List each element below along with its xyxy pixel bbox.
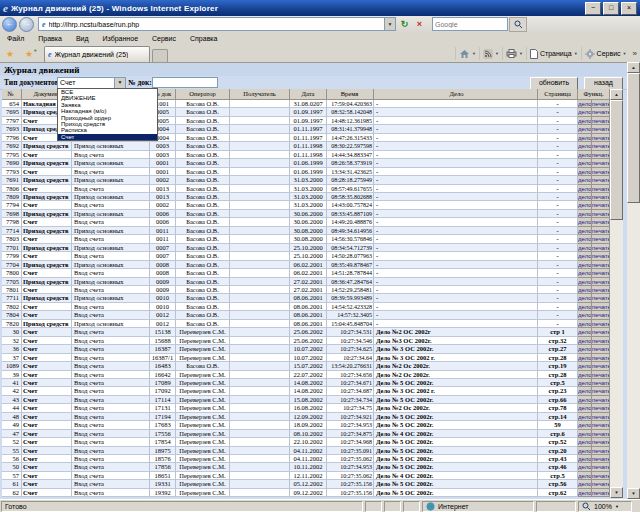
delo-link[interactable]: дело xyxy=(578,185,592,193)
menu-view[interactable]: Вид xyxy=(69,35,96,42)
new-tab-button[interactable] xyxy=(152,49,168,62)
delo-link[interactable]: дело xyxy=(578,362,592,370)
delo-link[interactable]: дело xyxy=(578,108,592,116)
delo-link[interactable]: дело xyxy=(578,320,592,328)
page-menu-button[interactable]: Страница ▼ xyxy=(526,47,581,60)
print-link[interactable]: печать xyxy=(592,227,610,235)
delo-link[interactable]: дело xyxy=(578,210,592,218)
stop-icon[interactable]: × xyxy=(413,18,426,31)
print-link[interactable]: печать xyxy=(592,320,610,328)
delo-link[interactable]: дело xyxy=(578,252,592,260)
search-input[interactable] xyxy=(433,19,507,29)
delo-link[interactable]: дело xyxy=(578,201,592,209)
menu-file[interactable]: Файл xyxy=(0,35,31,42)
print-link[interactable]: печать xyxy=(592,159,610,167)
delo-link[interactable]: дело xyxy=(578,159,592,167)
print-link[interactable]: печать xyxy=(592,117,610,125)
delo-link[interactable]: дело xyxy=(578,413,592,421)
delo-link[interactable]: дело xyxy=(578,354,592,362)
print-link[interactable]: печать xyxy=(592,261,610,269)
zoom-control[interactable]: 100% ▼ xyxy=(578,501,632,512)
print-link[interactable]: печать xyxy=(592,379,610,387)
delo-link[interactable]: дело xyxy=(578,125,592,133)
delo-link[interactable]: дело xyxy=(578,328,592,336)
print-link[interactable]: печать xyxy=(592,142,610,150)
delo-link[interactable]: дело xyxy=(578,379,592,387)
page-scroll-up-icon[interactable]: ▲ xyxy=(627,62,640,73)
print-link[interactable]: печать xyxy=(592,371,610,379)
print-link[interactable]: печать xyxy=(592,235,610,243)
delo-link[interactable]: дело xyxy=(578,345,592,353)
delo-link[interactable]: дело xyxy=(578,421,592,429)
delo-link[interactable]: дело xyxy=(578,371,592,379)
print-link[interactable]: печать xyxy=(592,210,610,218)
home-button[interactable]: ▼ xyxy=(455,47,479,60)
delo-link[interactable]: дело xyxy=(578,278,592,286)
address-dropdown-icon[interactable]: ▼ xyxy=(384,18,395,30)
print-link[interactable]: печать xyxy=(592,421,610,429)
print-link[interactable]: печать xyxy=(592,218,610,226)
delo-link[interactable]: дело xyxy=(578,396,592,404)
menu-tools[interactable]: Сервис xyxy=(145,35,183,42)
print-link[interactable]: печать xyxy=(592,134,610,142)
delo-link[interactable]: дело xyxy=(578,176,592,184)
delo-link[interactable]: дело xyxy=(578,303,592,311)
menu-help[interactable]: Справка xyxy=(183,35,224,42)
delo-link[interactable]: дело xyxy=(578,100,592,108)
search-box[interactable] xyxy=(432,17,508,31)
print-link[interactable]: печать xyxy=(592,438,610,446)
menu-edit[interactable]: Правка xyxy=(31,35,69,42)
delo-link[interactable]: дело xyxy=(578,151,592,159)
table-scrollbar[interactable]: ▲ ▼ xyxy=(610,89,623,498)
print-link[interactable]: печать xyxy=(592,489,610,497)
print-link[interactable]: печать xyxy=(592,404,610,412)
delo-link[interactable]: дело xyxy=(578,463,592,471)
tools-menu-button[interactable]: Сервис ▼ xyxy=(581,47,630,60)
print-link[interactable]: печать xyxy=(592,151,610,159)
delo-link[interactable]: дело xyxy=(578,193,592,201)
print-link[interactable]: печать xyxy=(592,278,610,286)
print-button[interactable]: ▼ xyxy=(502,47,526,60)
scroll-down-icon[interactable]: ▼ xyxy=(610,487,623,498)
print-link[interactable]: печать xyxy=(592,201,610,209)
print-link[interactable]: печать xyxy=(592,176,610,184)
print-link[interactable]: печать xyxy=(592,447,610,455)
delo-link[interactable]: дело xyxy=(578,480,592,488)
feeds-button[interactable]: ▼ xyxy=(479,47,502,60)
print-link[interactable]: печать xyxy=(592,362,610,370)
delo-link[interactable]: дело xyxy=(578,455,592,463)
delo-link[interactable]: дело xyxy=(578,269,592,277)
delo-link[interactable]: дело xyxy=(578,142,592,150)
delo-link[interactable]: дело xyxy=(578,168,592,176)
page-scrollbar-thumb[interactable] xyxy=(627,73,640,203)
delo-link[interactable]: дело xyxy=(578,489,592,497)
print-link[interactable]: печать xyxy=(592,328,610,336)
print-link[interactable]: печать xyxy=(592,108,610,116)
minimize-button[interactable]: − xyxy=(585,2,601,15)
table-scrollbar-thumb[interactable] xyxy=(610,100,623,220)
print-link[interactable]: печать xyxy=(592,480,610,488)
print-link[interactable]: печать xyxy=(592,252,610,260)
print-link[interactable]: печать xyxy=(592,354,610,362)
print-link[interactable]: печать xyxy=(592,337,610,345)
url-text[interactable]: http://ihrp.ncstu/base/run.php xyxy=(49,21,384,28)
favorites-star-icon[interactable]: ★ xyxy=(2,47,18,61)
print-link[interactable]: печать xyxy=(592,396,610,404)
menu-favorites[interactable]: Избранное xyxy=(96,35,145,42)
tab-active[interactable]: e Журнал движений (25) xyxy=(44,46,150,62)
print-link[interactable]: печать xyxy=(592,193,610,201)
zoom-dropdown-icon[interactable]: ▼ xyxy=(615,504,619,509)
delo-link[interactable]: дело xyxy=(578,337,592,345)
print-link[interactable]: печать xyxy=(592,185,610,193)
delo-link[interactable]: дело xyxy=(578,294,592,302)
delo-link[interactable]: дело xyxy=(578,227,592,235)
delo-link[interactable]: дело xyxy=(578,438,592,446)
delo-link[interactable]: дело xyxy=(578,134,592,142)
delo-link[interactable]: дело xyxy=(578,447,592,455)
print-link[interactable]: печать xyxy=(592,311,610,319)
delo-link[interactable]: дело xyxy=(578,311,592,319)
delo-link[interactable]: дело xyxy=(578,404,592,412)
search-icon[interactable] xyxy=(509,17,527,32)
delo-link[interactable]: дело xyxy=(578,235,592,243)
delo-link[interactable]: дело xyxy=(578,430,592,438)
